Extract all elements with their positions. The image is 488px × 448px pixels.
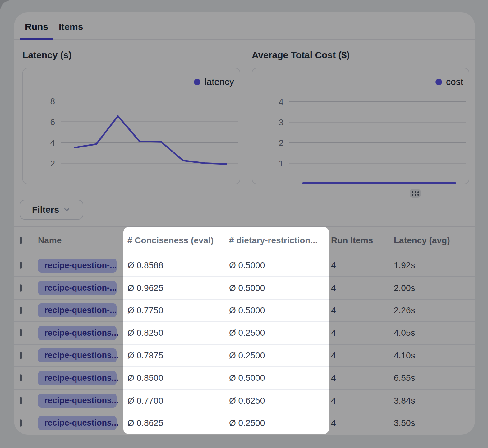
dietary-restriction-value: Ø 0.2500 (229, 351, 331, 361)
dietary-restriction-value: Ø 0.5000 (229, 306, 331, 315)
filters-button-label: Filters (32, 205, 59, 215)
table-row[interactable]: recipe-questions... Ø 0.7875 Ø 0.2500 4 … (14, 344, 475, 366)
run-name-badge[interactable]: recipe-questions... (38, 371, 117, 385)
svg-text:8: 8 (50, 96, 55, 106)
svg-text:3: 3 (279, 118, 283, 127)
tab-runs-label: Runs (25, 21, 48, 32)
table-body: recipe-question-... Ø 0.8588 Ø 0.5000 4 … (14, 254, 475, 434)
run-items-value: 4 (331, 260, 394, 270)
table-header-row: Name # Conciseness (eval) # dietary-rest… (14, 227, 475, 254)
dietary-restriction-value: Ø 0.6250 (229, 396, 331, 406)
select-all-checkbox[interactable] (20, 237, 22, 244)
latency-avg-value: 1.92s (394, 260, 475, 270)
table-row[interactable]: recipe-questions... Ø 0.8500 Ø 0.5000 4 … (14, 366, 475, 389)
cost-legend-label: cost (446, 77, 463, 87)
run-items-value: 4 (331, 351, 394, 361)
charts-section: Latency (s) Average Total Cost ($) 2468 … (14, 40, 475, 193)
row-checkbox[interactable] (20, 284, 22, 292)
run-items-value: 4 (331, 418, 394, 428)
table-row[interactable]: recipe-questions... Ø 0.8250 Ø 0.2500 4 … (14, 321, 475, 344)
conciseness-value: Ø 0.8250 (127, 328, 229, 338)
panel-resize-handle-icon[interactable] (410, 189, 421, 198)
svg-text:4: 4 (279, 97, 283, 107)
run-items-value: 4 (331, 328, 394, 338)
column-header-dietary-restriction[interactable]: # dietary-restriction... (229, 236, 331, 245)
row-checkbox[interactable] (20, 352, 22, 359)
dietary-restriction-value: Ø 0.2500 (229, 328, 331, 338)
dietary-restriction-value: Ø 0.5000 (229, 373, 331, 383)
tab-runs[interactable]: Runs (20, 14, 53, 39)
latency-avg-value: 6.55s (394, 373, 475, 383)
svg-text:2: 2 (50, 159, 55, 168)
latency-avg-value: 3.50s (394, 418, 475, 428)
column-header-latency-avg[interactable]: Latency (avg) (394, 236, 475, 245)
run-name-badge[interactable]: recipe-question-... (38, 281, 117, 295)
latency-avg-value: 3.84s (394, 396, 475, 406)
latency-chart: 2468 latency (22, 68, 240, 184)
column-header-conciseness[interactable]: # Conciseness (eval) (127, 236, 229, 245)
latency-avg-value: 4.05s (394, 328, 475, 338)
run-name-badge[interactable]: recipe-questions... (38, 326, 117, 340)
cost-legend-dot-icon (435, 79, 442, 85)
run-name-badge[interactable]: recipe-questions... (38, 416, 117, 430)
run-items-value: 4 (331, 306, 394, 315)
row-checkbox[interactable] (20, 307, 22, 314)
row-checkbox[interactable] (20, 397, 22, 404)
svg-text:1: 1 (279, 159, 283, 168)
column-header-run-items[interactable]: Run Items (331, 236, 394, 245)
active-tab-underline (20, 38, 53, 40)
table-row[interactable]: recipe-questions... Ø 0.8625 Ø 0.2500 4 … (14, 412, 475, 434)
filters-button[interactable]: Filters (20, 200, 83, 220)
row-checkbox[interactable] (20, 329, 22, 336)
conciseness-value: Ø 0.7875 (127, 351, 229, 361)
app-background: Runs Items Latency (s) Average Total Cos… (0, 0, 488, 448)
run-name-badge[interactable]: recipe-question-... (38, 259, 117, 273)
svg-text:6: 6 (50, 117, 55, 127)
cost-chart-title: Average Total Cost ($) (252, 50, 350, 60)
latency-avg-value: 4.10s (394, 351, 475, 361)
conciseness-value: Ø 0.8588 (127, 260, 229, 270)
conciseness-value: Ø 0.8500 (127, 373, 229, 383)
conciseness-value: Ø 0.7700 (127, 396, 229, 406)
chevron-down-icon (63, 206, 71, 214)
svg-text:2: 2 (279, 138, 283, 148)
runs-table: Name # Conciseness (eval) # dietary-rest… (14, 226, 475, 434)
row-checkbox[interactable] (20, 419, 22, 427)
tab-items-label: Items (59, 21, 83, 32)
tab-bar: Runs Items (14, 12, 475, 40)
filters-bar: Filters (14, 193, 475, 226)
run-items-value: 4 (331, 396, 394, 406)
latency-chart-title: Latency (s) (22, 50, 71, 60)
row-checkbox[interactable] (20, 374, 22, 381)
dietary-restriction-value: Ø 0.5000 (229, 283, 331, 293)
cost-legend: cost (435, 77, 463, 87)
conciseness-value: Ø 0.8625 (127, 418, 229, 428)
table-row[interactable]: recipe-questions... Ø 0.7700 Ø 0.6250 4 … (14, 389, 475, 411)
conciseness-value: Ø 0.7750 (127, 306, 229, 315)
latency-legend-dot-icon (194, 79, 200, 85)
table-row[interactable]: recipe-question-... Ø 0.9625 Ø 0.5000 4 … (14, 276, 475, 299)
conciseness-value: Ø 0.9625 (127, 283, 229, 293)
table-row[interactable]: recipe-question-... Ø 0.8588 Ø 0.5000 4 … (14, 254, 475, 276)
latency-avg-value: 2.26s (394, 306, 475, 315)
run-name-badge[interactable]: recipe-questions... (38, 394, 117, 408)
dataset-panel: Runs Items Latency (s) Average Total Cos… (14, 12, 475, 435)
row-checkbox[interactable] (20, 262, 22, 269)
dietary-restriction-value: Ø 0.2500 (229, 418, 331, 428)
latency-legend: latency (194, 77, 234, 87)
run-items-value: 4 (331, 283, 394, 293)
run-name-badge[interactable]: recipe-question-... (38, 303, 117, 317)
dietary-restriction-value: Ø 0.5000 (229, 260, 331, 270)
tab-items[interactable]: Items (53, 14, 88, 39)
latency-legend-label: latency (205, 77, 234, 87)
svg-text:4: 4 (50, 138, 55, 147)
column-header-name[interactable]: Name (38, 236, 127, 245)
table-row[interactable]: recipe-question-... Ø 0.7750 Ø 0.5000 4 … (14, 299, 475, 321)
latency-avg-value: 2.00s (394, 283, 475, 293)
run-name-badge[interactable]: recipe-questions... (38, 348, 117, 362)
cost-chart: 1234 cost (252, 68, 469, 184)
run-items-value: 4 (331, 373, 394, 383)
